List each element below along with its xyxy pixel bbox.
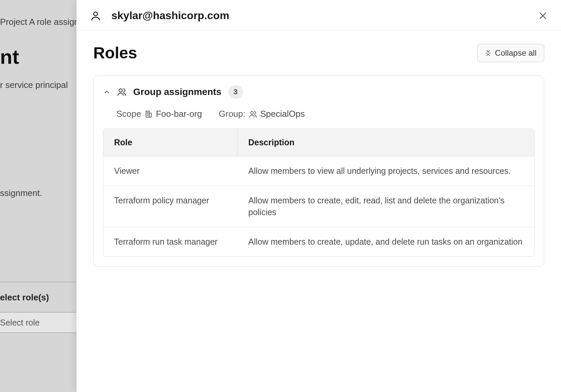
svg-point-10 [251, 111, 253, 114]
user-icon [90, 10, 101, 21]
col-role: Role [103, 129, 238, 156]
col-description: Description [238, 129, 534, 156]
roles-title: Roles [93, 44, 137, 62]
svg-point-0 [94, 12, 97, 15]
drawer-header: skylar@hashicorp.com [76, 0, 561, 30]
role-cell: Terraform policy manager [103, 186, 238, 227]
org-icon [145, 110, 153, 118]
collapse-icon [485, 50, 492, 56]
group-icon [117, 87, 126, 97]
description-cell: Allow members to create, update, and del… [238, 227, 534, 256]
svg-rect-6 [149, 113, 151, 117]
scope-value: Foo-bar-org [156, 109, 202, 119]
collapse-label: Collapse all [495, 48, 537, 58]
group-item: Group: SpecialOps [219, 109, 305, 119]
close-button[interactable] [538, 11, 548, 20]
roles-table: Role Description Viewer Allow members to… [103, 129, 534, 257]
background-select-roles-label: elect role(s) [0, 282, 76, 303]
card-header: Group assignments 3 [103, 85, 534, 99]
background-select-role-input: Select role [0, 312, 76, 333]
table-row: Viewer Allow members to view all underly… [103, 156, 534, 186]
group-count-badge: 3 [228, 85, 243, 99]
svg-point-4 [119, 89, 122, 92]
role-cell: Viewer [103, 156, 238, 186]
group-members-icon [249, 110, 257, 118]
svg-rect-5 [146, 111, 149, 117]
group-label: Group: [219, 109, 246, 119]
user-email: skylar@hashicorp.com [111, 9, 229, 22]
scope-label: Scope [116, 109, 141, 119]
background-assignment-text: ssignment. [0, 188, 42, 198]
description-cell: Allow members to create, edit, read, lis… [238, 186, 534, 227]
background-heading: nt [0, 45, 19, 68]
description-cell: Allow members to view all underlying pro… [238, 156, 534, 186]
group-value: SpecialOps [260, 109, 305, 119]
table-header-row: Role Description [103, 129, 534, 156]
chevron-up-icon[interactable] [103, 88, 110, 96]
background-subtext: r service principal [0, 80, 68, 90]
roles-drawer: skylar@hashicorp.com Roles Collapse all [76, 0, 561, 392]
group-assignments-title: Group assignments [133, 87, 221, 97]
table-row: Terraform run task manager Allow members… [103, 227, 534, 256]
collapse-all-button[interactable]: Collapse all [477, 44, 544, 62]
scope-item: Scope Foo-bar-org [116, 109, 202, 119]
role-cell: Terraform run task manager [103, 227, 238, 256]
roles-section-header: Roles Collapse all [93, 44, 544, 62]
drawer-body: Roles Collapse all Group assignments [76, 30, 561, 280]
scope-row: Scope Foo-bar-org Group: SpecialOps [116, 109, 534, 119]
group-assignments-card: Group assignments 3 Scope Foo-bar-org Gr… [93, 76, 544, 266]
table-row: Terraform policy manager Allow members t… [103, 186, 534, 227]
